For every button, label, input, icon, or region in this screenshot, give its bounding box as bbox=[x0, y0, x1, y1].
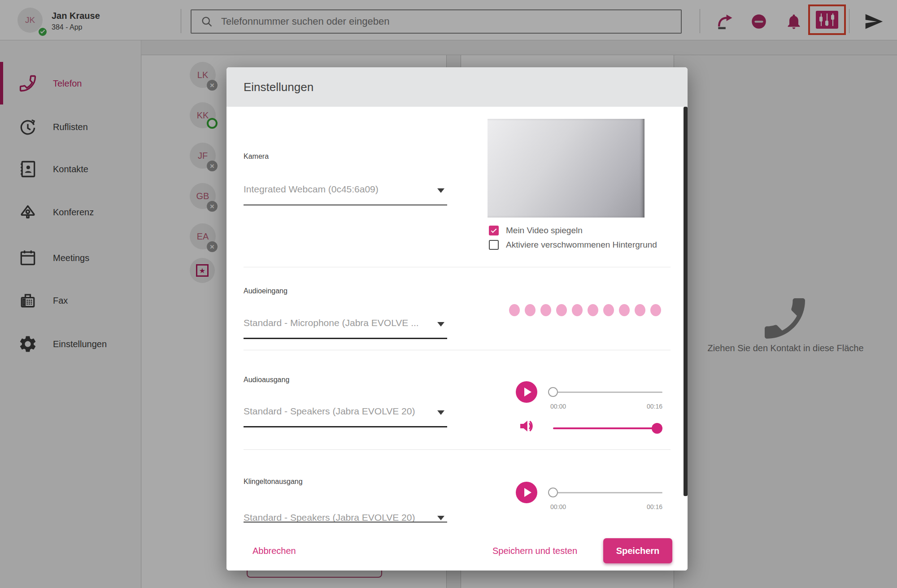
time-start: 00:00 bbox=[550, 403, 566, 410]
select-underline bbox=[244, 522, 447, 523]
audio-output-progress-track[interactable] bbox=[553, 392, 662, 393]
time-end: 00:16 bbox=[621, 503, 662, 510]
settings-dialog: Einstellungen Kamera Integrated Webcam (… bbox=[226, 67, 688, 571]
speaker-icon bbox=[518, 417, 536, 435]
chevron-down-icon bbox=[437, 322, 444, 327]
volume-slider-track[interactable] bbox=[553, 427, 662, 429]
mirror-video-label: Mein Video spiegeln bbox=[506, 226, 583, 235]
chevron-down-icon bbox=[437, 188, 444, 193]
play-icon bbox=[524, 488, 531, 497]
divider bbox=[244, 449, 671, 450]
audio-output-select[interactable]: Standard - Speakers (Jabra EVOLVE 20) bbox=[244, 397, 447, 427]
cancel-button[interactable]: Abbrechen bbox=[253, 531, 296, 571]
divider bbox=[244, 267, 671, 267]
mic-level-indicator bbox=[509, 304, 661, 316]
chevron-down-icon bbox=[437, 410, 444, 415]
dialog-header: Einstellungen bbox=[226, 67, 688, 107]
camera-value: Integrated Webcam (0c45:6a09) bbox=[244, 184, 429, 195]
ringtone-progress-track[interactable] bbox=[553, 492, 662, 493]
checkbox-unchecked-icon bbox=[489, 240, 499, 250]
checkbox-checked-icon bbox=[489, 226, 499, 235]
save-button[interactable]: Speichern bbox=[603, 538, 672, 563]
ringtone-progress-knob[interactable] bbox=[548, 488, 558, 497]
blur-background-label: Aktiviere verschwommenen Hintergrund bbox=[506, 240, 657, 250]
play-icon bbox=[524, 388, 531, 396]
time-start: 00:00 bbox=[550, 503, 566, 510]
ringtone-output-select[interactable]: Standard - Speakers (Jabra EVOLVE 20) bbox=[244, 503, 447, 523]
dialog-title: Einstellungen bbox=[244, 80, 314, 94]
camera-select[interactable]: Integrated Webcam (0c45:6a09) bbox=[244, 175, 447, 205]
mirror-video-checkbox[interactable]: Mein Video spiegeln bbox=[489, 226, 583, 235]
audio-output-progress-knob[interactable] bbox=[548, 387, 558, 397]
audio-input-select[interactable]: Standard - Microphone (Jabra EVOLVE ... bbox=[244, 309, 447, 339]
audio-input-label: Audioeingang bbox=[244, 287, 287, 295]
audio-output-value: Standard - Speakers (Jabra EVOLVE 20) bbox=[244, 406, 429, 417]
blur-background-checkbox[interactable]: Aktiviere verschwommenen Hintergrund bbox=[489, 240, 657, 250]
ringtone-output-label: Klingeltonausgang bbox=[244, 478, 303, 486]
scrollbar[interactable] bbox=[684, 107, 688, 496]
app-screen: JK Jan Krause 384 - App Telefonnummer su… bbox=[0, 0, 897, 588]
volume-slider-knob[interactable] bbox=[652, 423, 662, 434]
audio-output-label: Audioausgang bbox=[244, 376, 289, 384]
camera-preview bbox=[488, 119, 644, 218]
audio-output-play-button[interactable] bbox=[516, 381, 537, 403]
divider bbox=[244, 350, 671, 350]
time-end: 00:16 bbox=[621, 403, 662, 410]
chevron-down-icon bbox=[437, 516, 444, 520]
audio-input-value: Standard - Microphone (Jabra EVOLVE ... bbox=[244, 318, 429, 328]
ringtone-play-button[interactable] bbox=[516, 482, 537, 503]
camera-label: Kamera bbox=[244, 152, 269, 161]
save-and-test-button[interactable]: Speichern und testen bbox=[492, 531, 577, 571]
dialog-footer: Abbrechen Speichern und testen Speichern bbox=[226, 531, 688, 571]
